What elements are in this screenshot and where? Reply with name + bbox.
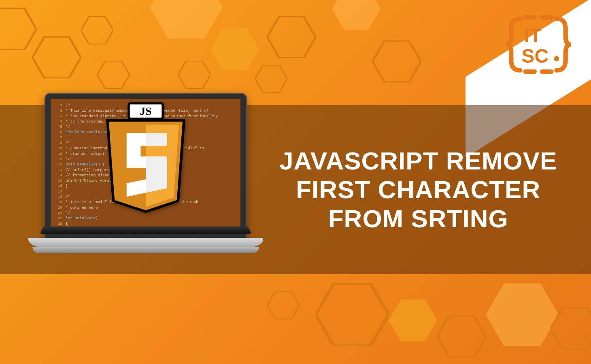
svg-text:SC: SC — [521, 45, 548, 67]
laptop-base — [28, 238, 263, 248]
title-line-2: FIRST CHARACTER — [279, 175, 557, 204]
laptop-lid: 1/*2 * This line basically imports the "… — [45, 93, 247, 239]
js-top-label: JS — [140, 105, 152, 117]
js-shield-icon: JS — [103, 102, 188, 215]
itsc-logo-icon: IT SC — [506, 12, 571, 77]
laptop-base-edge — [32, 247, 259, 253]
laptop-screen: 1/*2 * This line basically imports the "… — [51, 99, 240, 231]
laptop-keyboard — [39, 226, 252, 234]
title-line-3: FROM SRTING — [279, 204, 557, 233]
laptop-illustration: 1/*2 * This line basically imports the "… — [28, 93, 263, 287]
svg-point-6 — [554, 56, 559, 61]
svg-text:IT: IT — [524, 25, 542, 46]
main-title: JAVASCRIPT REMOVE FIRST CHARACTER FROM S… — [279, 146, 557, 233]
code-line: 23{ — [56, 221, 236, 226]
title-line-1: JAVASCRIPT REMOVE — [279, 146, 557, 175]
code-line: 22int main(void) — [56, 216, 236, 221]
